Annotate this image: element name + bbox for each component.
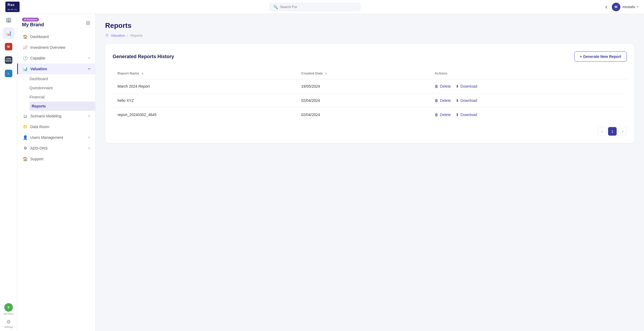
download-icon: ⬇ [456, 98, 459, 103]
cell-report-name: March 2024 Report [113, 79, 296, 94]
col-actions: Actions [430, 68, 627, 79]
sidebar-item-label: Investment Overview [30, 45, 90, 50]
delete-button[interactable]: 🗑 Delete [435, 98, 451, 103]
table-row: March 2024 Report 19/05/2024 🗑 Delete ⬇ … [113, 79, 627, 94]
cell-report-name: report_20240302_4645 [113, 108, 296, 122]
sidebar-item-scenario[interactable]: 🗂 Scenario Modeling + [17, 111, 95, 121]
add-more-label: Add More [3, 313, 14, 315]
logo-sub: Sq. Fin. Co. [8, 9, 17, 10]
brand-info: ★ Premium My Brand [22, 18, 44, 28]
topbar-right: ε M mostafa ▾ [606, 3, 639, 11]
trash-icon: 🗑 [435, 113, 438, 117]
add-more-button[interactable]: + [4, 303, 13, 312]
sidebar-item-label: Scenario Modeling [30, 114, 85, 118]
settings-label: Settings [4, 326, 13, 328]
settings-wrap: ⚙ Settings [4, 319, 13, 328]
rail-chart[interactable]: 📊 [3, 27, 14, 39]
sidebar-item-label: Users Management [30, 135, 85, 140]
collapse-icon: − [88, 66, 90, 71]
sidebar-item-dataroom[interactable]: 📁 Data Room [17, 121, 95, 132]
breadcrumb-separator: / [127, 34, 128, 38]
dataroom-icon: 📁 [23, 124, 28, 129]
breadcrumb-current: Reports [130, 34, 143, 38]
user-menu[interactable]: M mostafa ▾ [612, 3, 639, 11]
brand-lim-logo: L [5, 70, 12, 77]
search-wrap: 🔍 [269, 3, 360, 11]
sidebar-item-label: Support [30, 157, 90, 161]
expand-icon: + [88, 114, 90, 118]
rail-brand-m[interactable]: M [3, 41, 14, 53]
brand-name: My Brand [22, 22, 44, 28]
cell-report-name: hello XYZ [113, 94, 296, 108]
sub-nav-financial[interactable]: Financial [30, 92, 95, 102]
page-title: Reports [105, 21, 634, 30]
sub-nav-reports[interactable]: Reports [30, 102, 95, 111]
search-input[interactable] [280, 5, 356, 9]
brand-m-logo: M [5, 43, 12, 50]
trash-icon: 🗑 [435, 98, 438, 103]
icon-rail: 🏢 📊 M CORPORATE L + Add More ⚙ Settings [0, 0, 17, 331]
expand-icon: + [88, 56, 90, 61]
next-page-button[interactable]: › [618, 127, 627, 136]
brand-corp-logo: CORPORATE [5, 56, 12, 64]
sidebar-item-addons[interactable]: ⚙ ADD-ONS + [17, 143, 95, 154]
sidebar: ★ Premium My Brand ⊞ 🏠 Dashboard 📈 Inves… [17, 0, 95, 331]
breadcrumb: ⏱ Valuation / Reports [105, 34, 634, 38]
chevron-down-icon: ▾ [637, 5, 639, 9]
notification-icon[interactable]: ε [606, 5, 608, 9]
delete-button[interactable]: 🗑 Delete [435, 113, 451, 117]
sidebar-item-label: ADD-ONS [30, 146, 85, 150]
topbar: Ras Sq. Fin. Co. 🔍 ε M mostafa ▾ [0, 0, 644, 14]
reports-card-title: Generated Reports History [113, 54, 174, 59]
sidebar-item-dashboard[interactable]: 🏠 Dashboard [17, 31, 95, 42]
reports-card: Generated Reports History + Generate New… [105, 44, 634, 143]
investment-icon: 📈 [23, 45, 28, 50]
breadcrumb-parent[interactable]: Valuation [111, 34, 125, 38]
sidebar-item-label: Valuation [30, 67, 85, 71]
rail-brand-lim[interactable]: L [3, 68, 14, 79]
download-button[interactable]: ⬇ Download [456, 98, 477, 103]
cell-actions: 🗑 Delete ⬇ Download [430, 79, 627, 94]
expand-icon: + [88, 146, 90, 151]
sidebar-item-investment[interactable]: 📈 Investment Overview [17, 42, 95, 53]
sidebar-item-label: Data Room [30, 125, 90, 129]
search-icon: 🔍 [273, 5, 278, 9]
addons-icon: ⚙ [23, 146, 28, 151]
download-icon: ⬇ [456, 84, 459, 88]
download-button[interactable]: ⬇ Download [456, 84, 477, 88]
add-more-wrap: + Add More [3, 303, 14, 315]
sidebar-item-support[interactable]: 🏠 Support [17, 154, 95, 164]
download-button[interactable]: ⬇ Download [456, 113, 477, 117]
cell-created-date: 02/04/2024 [296, 94, 430, 108]
sidebar-item-captable[interactable]: 🕐 Captable + [17, 53, 95, 64]
captable-icon: 🕐 [23, 56, 28, 61]
rail-building[interactable]: 🏢 [3, 14, 14, 26]
sort-icon: ⇅ [325, 72, 327, 75]
sidebar-item-users[interactable]: 👤 Users Management + [17, 132, 95, 143]
sidebar-item-label: Captable [30, 56, 85, 60]
sidebar-brand: ★ Premium My Brand ⊞ [17, 14, 95, 31]
reports-header: Generated Reports History + Generate New… [113, 51, 627, 62]
page-1-button[interactable]: 1 [608, 127, 617, 136]
search-area: 🔍 [24, 3, 606, 11]
chart-icon: 📊 [6, 30, 12, 36]
delete-button[interactable]: 🗑 Delete [435, 84, 451, 88]
cell-created-date: 02/04/2024 [296, 108, 430, 122]
rail-brand-corp[interactable]: CORPORATE [3, 54, 14, 66]
generate-report-button[interactable]: + Generate New Report [574, 51, 627, 62]
valuation-icon: 📊 [23, 66, 28, 71]
cell-actions: 🗑 Delete ⬇ Download [430, 108, 627, 122]
sub-nav-questionnaire[interactable]: Questionnaire [30, 83, 95, 92]
logo-box: Ras Sq. Fin. Co. [5, 2, 20, 12]
building-icon: 🏢 [6, 17, 12, 23]
brand-settings-icon[interactable]: ⊞ [86, 20, 90, 26]
prev-page-button[interactable]: ‹ [598, 127, 606, 136]
col-report-name: Report Name ⇅ [113, 68, 296, 79]
home-icon: 🏠 [23, 34, 28, 39]
sub-nav-dashboard[interactable]: Dashboard [30, 74, 95, 83]
settings-icon[interactable]: ⚙ [6, 319, 11, 325]
pagination: ‹ 1 › [113, 127, 627, 136]
sidebar-item-valuation[interactable]: 📊 Valuation − [17, 64, 95, 74]
download-icon: ⬇ [456, 113, 459, 117]
users-icon: 👤 [23, 135, 28, 140]
